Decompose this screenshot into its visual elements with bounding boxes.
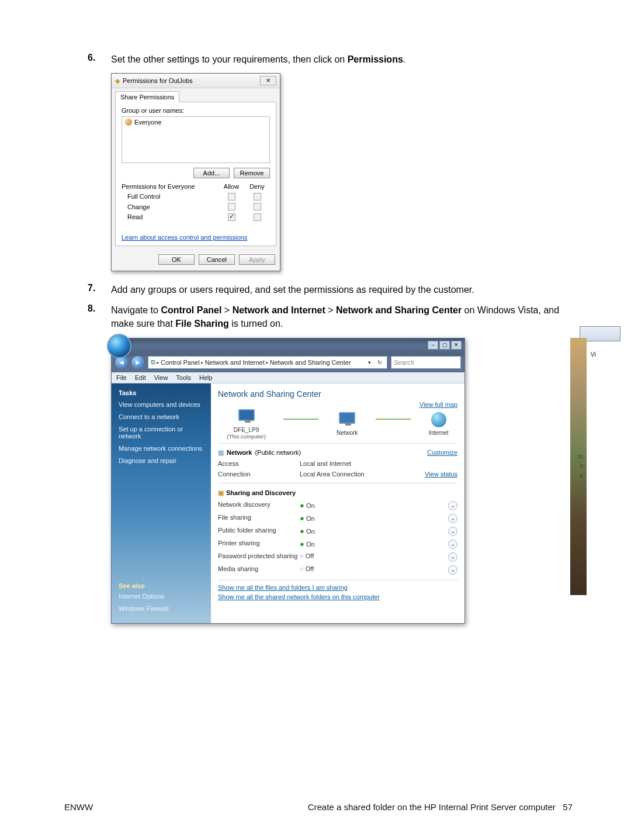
task-view-devices[interactable]: View computers and devices [119, 401, 205, 408]
expand-button[interactable]: ⌄ [448, 514, 457, 523]
row-label: Password protected sharing [218, 552, 300, 562]
row-value: On [306, 515, 315, 522]
panel-title: Network and Sharing Center [218, 389, 457, 399]
status-dot-icon: ● [300, 501, 304, 510]
customize-link[interactable]: Customize [427, 449, 457, 457]
checkbox-deny-read[interactable] [254, 213, 261, 221]
checkbox-deny-full[interactable] [254, 193, 261, 201]
network-small-icon: ▥ [218, 449, 224, 457]
window-chrome-top: – ▢ ✕ [112, 338, 464, 356]
network-sharing-window: – ▢ ✕ ◄ ► ⧉ ▸ Control Panel ▸ Network an… [111, 338, 465, 624]
network-type: (Public network) [255, 449, 301, 456]
node-label: DFE_LP9 [227, 427, 266, 433]
add-button[interactable]: Add... [193, 168, 230, 178]
map-link-line [283, 419, 318, 420]
checkbox-deny-change[interactable] [254, 203, 261, 210]
expand-button[interactable]: ⌄ [448, 501, 457, 510]
row-label: File sharing [218, 514, 300, 523]
user-list[interactable]: Everyone [122, 116, 270, 163]
expand-button[interactable]: ⌄ [448, 565, 457, 575]
gadget-number: 10 [577, 454, 583, 459]
task-setup-connection[interactable]: Set up a connection or network [119, 426, 205, 440]
task-manage-connections[interactable]: Manage network connections [119, 445, 205, 452]
view-full-map-link[interactable]: View full map [419, 401, 457, 408]
page-footer: ENWW Create a shared folder on the HP In… [0, 802, 631, 812]
remove-button[interactable]: Remove [234, 168, 270, 178]
globe-icon [431, 412, 446, 427]
checkbox-allow-read[interactable] [228, 213, 235, 221]
access-label: Access [218, 460, 300, 467]
ok-button[interactable]: OK [158, 254, 195, 265]
row-value: Off [306, 565, 314, 572]
shield-icon: ◆ [115, 77, 120, 85]
crumb-1[interactable]: Control Panel [161, 359, 200, 366]
row-value: On [306, 541, 315, 548]
search-input[interactable]: Search [391, 356, 461, 369]
refresh-icon[interactable]: ↻ [375, 359, 384, 365]
menu-edit[interactable]: Edit [135, 374, 146, 381]
view-status-link[interactable]: View status [425, 471, 457, 478]
expand-button[interactable]: ⌄ [448, 540, 457, 549]
cropped-text: Vi [590, 351, 596, 358]
menu-help[interactable]: Help [199, 374, 213, 381]
network-node-icon [339, 412, 355, 424]
cancel-button[interactable]: Cancel [199, 254, 235, 265]
link-internet-options[interactable]: Internet Options [119, 593, 169, 600]
row-value: Off [306, 552, 314, 559]
figure-network-sharing: – ▢ ✕ ◄ ► ⧉ ▸ Control Panel ▸ Network an… [111, 338, 573, 624]
map-link-line [376, 419, 411, 420]
node-internet: Internet [429, 412, 449, 436]
crumb-3[interactable]: Network and Sharing Center [270, 359, 351, 366]
learn-link[interactable]: Learn about access control and permissio… [122, 234, 247, 241]
s8c: > [221, 305, 232, 315]
menu-file[interactable]: File [116, 374, 127, 381]
task-diagnose[interactable]: Diagnose and repair [119, 457, 205, 464]
breadcrumb[interactable]: ⧉ ▸ Control Panel ▸ Network and Internet… [148, 356, 387, 369]
checkbox-allow-full[interactable] [228, 193, 235, 201]
start-orb-icon [107, 334, 131, 358]
permissions-dialog: ◆ Permissions for OutJobs ✕ Share Permis… [111, 73, 280, 271]
permissions-table: Permissions for Everyone Allow Deny Full… [122, 182, 270, 222]
row-public-folder-sharing: Public folder sharing ● On ⌄ [218, 525, 457, 538]
col-deny: Deny [244, 182, 270, 191]
close-button[interactable]: ✕ [260, 76, 276, 85]
menu-view[interactable]: View [154, 374, 168, 381]
expand-button[interactable]: ⌄ [448, 552, 457, 562]
connection-label: Connection [218, 471, 300, 478]
menu-tools[interactable]: Tools [176, 374, 191, 381]
sharing-icon: ▣ [218, 489, 224, 497]
checkbox-allow-change[interactable] [228, 203, 235, 210]
tab-share-permissions[interactable]: Share Permissions [115, 91, 179, 102]
chevron-down-icon[interactable]: ▾ [365, 359, 374, 365]
row-value: On [306, 528, 315, 535]
dialog-titlebar: ◆ Permissions for OutJobs ✕ [112, 74, 280, 88]
close-button[interactable]: ✕ [451, 341, 462, 350]
expand-button[interactable]: ⌄ [448, 527, 457, 536]
row-network-discovery: Network discovery ● On ⌄ [218, 499, 457, 512]
list-item[interactable]: Everyone [125, 119, 266, 126]
step-8: 8. Navigate to Control Panel > Network a… [88, 303, 573, 330]
minimize-button[interactable]: – [428, 341, 438, 350]
row-label: Printer sharing [218, 540, 300, 549]
link-windows-firewall[interactable]: Windows Firewall [119, 605, 169, 612]
forward-button[interactable]: ► [131, 356, 144, 369]
sharing-discovery-header: ▣ Sharing and Discovery [218, 487, 457, 499]
s8f: Network and Sharing Center [336, 305, 462, 315]
figure-permissions-dialog: ◆ Permissions for OutJobs ✕ Share Permis… [111, 73, 573, 271]
connection-row: Connection Local Area Connection View st… [218, 469, 457, 479]
status-dot-icon: ○ [300, 565, 304, 572]
perm-name: Change [122, 202, 219, 212]
gadget-number: 9 [580, 463, 583, 469]
link-show-files[interactable]: Show me all the files and folders I am s… [218, 584, 457, 591]
perm-name: Read [122, 212, 219, 222]
s8b: Control Panel [161, 305, 221, 315]
tasks-header: Tasks [119, 389, 205, 396]
crumb-2[interactable]: Network and Internet [205, 359, 265, 366]
network-icon: ⧉ [151, 358, 155, 366]
step-6: 6. Set the other settings to your requir… [88, 53, 573, 66]
apply-button[interactable]: Apply [239, 254, 275, 265]
link-show-shared-folders[interactable]: Show me all the shared network folders o… [218, 593, 457, 600]
maximize-button[interactable]: ▢ [439, 341, 450, 350]
s8e: > [325, 305, 336, 315]
task-connect[interactable]: Connect to a network [119, 413, 205, 420]
